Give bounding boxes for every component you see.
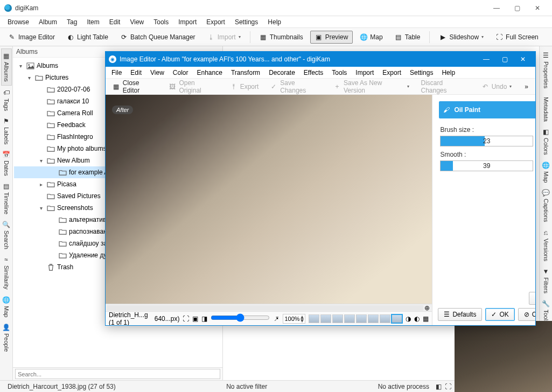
editor-menu-enhance[interactable]: Enhance xyxy=(193,68,226,78)
smooth-slider[interactable]: 39 xyxy=(440,160,533,171)
editor-menu-tools[interactable]: Tools xyxy=(328,68,351,78)
left-tab-people[interactable]: 👤People xyxy=(1,320,12,355)
left-tab-labels[interactable]: ⚑Labels xyxy=(2,114,11,148)
menu-import[interactable]: Import xyxy=(174,17,201,27)
open-original-button[interactable]: 🖼Open Original xyxy=(164,76,223,97)
preview-photo[interactable]: Studio Harcourt xyxy=(455,321,552,392)
pan-icon[interactable]: ⊕ xyxy=(423,304,431,312)
editor-menu-effects[interactable]: Effects xyxy=(300,68,327,78)
editor-close-button[interactable]: ✕ xyxy=(514,52,532,66)
expander-icon[interactable]: ▸ xyxy=(38,181,44,187)
editor-menu-import[interactable]: Import xyxy=(352,68,378,78)
minimize-button[interactable]: — xyxy=(486,1,507,15)
left-tab-map[interactable]: 🌐Map xyxy=(1,293,12,320)
left-tab-tags[interactable]: 🏷Tags xyxy=(2,86,11,114)
right-tab-properties[interactable]: ☰Properties xyxy=(541,48,551,92)
fit-select-icon[interactable]: ▣ xyxy=(192,315,198,323)
editor-menu-help[interactable]: Help xyxy=(438,68,459,78)
menu-browse[interactable]: Browse xyxy=(3,17,33,27)
zoom-to-icon[interactable]: ⭷ xyxy=(273,315,280,323)
ok-button[interactable]: ✓OK xyxy=(485,308,514,321)
thumbnails-button[interactable]: ▦Thumbnails xyxy=(255,31,308,44)
left-tab-albums[interactable]: ▦Albums xyxy=(1,48,12,86)
preview-mode-thumb[interactable] xyxy=(380,314,390,323)
folder-icon xyxy=(58,251,67,259)
discard-changes-button[interactable]: Discard Changes xyxy=(416,76,474,97)
menu-settings[interactable]: Settings xyxy=(230,17,262,27)
zoom-fit-icon[interactable]: ⛶ xyxy=(443,382,453,391)
menu-tag[interactable]: Tag xyxy=(62,17,81,27)
slideshow-button[interactable]: ▶Slideshow▾ xyxy=(434,31,488,44)
preview-mode-thumb[interactable] xyxy=(368,314,379,323)
expander-icon[interactable]: ▾ xyxy=(26,75,32,81)
batch-queue-button[interactable]: ⟳Batch Queue Manager xyxy=(115,31,200,44)
menu-help[interactable]: Help xyxy=(263,17,285,27)
preview-mode-thumb[interactable] xyxy=(392,314,402,323)
fit-window-icon[interactable]: ⛶ xyxy=(183,315,189,323)
undo-button[interactable]: ↶Undo▾ xyxy=(477,80,517,93)
underexposure-icon[interactable]: ◐ xyxy=(414,315,420,323)
left-tab-dates[interactable]: 📅Dates xyxy=(1,148,12,179)
right-tab-map[interactable]: 🌐Map xyxy=(540,158,551,186)
editor-menu-view[interactable]: View xyxy=(146,68,168,78)
save-as-new-button[interactable]: +Save As New Version▾ xyxy=(329,76,414,97)
preview-mode-thumb[interactable] xyxy=(309,314,319,323)
editor-menu-decorate[interactable]: Decorate xyxy=(265,68,299,78)
preview-mode-thumb[interactable] xyxy=(344,314,355,323)
light-table-button[interactable]: ◐Light Table xyxy=(62,31,113,44)
menu-export[interactable]: Export xyxy=(202,17,229,27)
editor-maximize-button[interactable]: ▢ xyxy=(495,52,514,66)
expander-icon[interactable]: ▾ xyxy=(38,205,44,211)
editor-menu-transform[interactable]: Transform xyxy=(227,68,264,78)
actual-size-icon[interactable]: ◨ xyxy=(201,315,207,323)
overexposure-icon[interactable]: ◑ xyxy=(406,315,411,323)
left-tab-timeline[interactable]: ▤Timeline xyxy=(2,179,11,218)
export-button[interactable]: ⭱Export xyxy=(225,80,264,93)
editor-menu-color[interactable]: Color xyxy=(169,68,192,78)
try-button[interactable]: ✓Try xyxy=(529,292,535,305)
right-tab-versions[interactable]: ⎌Versions xyxy=(541,226,551,264)
close-editor-button[interactable]: ▦Close Editor xyxy=(108,76,163,97)
editor-menu-file[interactable]: File xyxy=(108,68,125,78)
maximize-button[interactable]: ▢ xyxy=(507,1,527,15)
editor-zoom-slider[interactable] xyxy=(211,313,270,322)
import-button[interactable]: ⭳Import▾ xyxy=(202,31,246,44)
more-button[interactable]: » xyxy=(520,80,533,93)
expander-icon[interactable]: ▾ xyxy=(38,158,44,164)
preview-mode-thumb[interactable] xyxy=(356,314,367,323)
right-tab-captions[interactable]: 💬Captions xyxy=(540,186,551,225)
menu-album[interactable]: Album xyxy=(34,17,61,27)
left-tab-search[interactable]: 🔍Search xyxy=(1,218,12,253)
cancel-button[interactable]: ⊘Cancel xyxy=(518,308,535,321)
right-tab-filters[interactable]: ▼Filters xyxy=(541,264,551,297)
left-tab-similarity[interactable]: ≈Similarity xyxy=(2,253,11,293)
right-tab-metadata[interactable]: Metadata xyxy=(541,92,551,125)
preview-button[interactable]: ▣Preview xyxy=(310,31,353,44)
editor-canvas[interactable]: After xyxy=(106,95,432,304)
save-changes-button[interactable]: ✓Save Changes xyxy=(265,76,327,97)
map-button[interactable]: 🌐Map xyxy=(355,31,387,44)
right-tab-colors[interactable]: ◧Colors xyxy=(541,125,551,158)
editor-menu-export[interactable]: Export xyxy=(379,68,405,78)
editor-menu-settings[interactable]: Settings xyxy=(406,68,437,78)
editor-minimize-button[interactable]: — xyxy=(477,52,495,66)
editor-zoom-box[interactable]: ▴▾ xyxy=(283,314,305,324)
editor-menu-edit[interactable]: Edit xyxy=(127,68,145,78)
menu-item[interactable]: Item xyxy=(82,17,103,27)
color-label-icon[interactable]: ◧ xyxy=(434,382,443,391)
editor-zoom-input[interactable] xyxy=(284,316,299,322)
preview-mode-thumb[interactable] xyxy=(332,314,343,323)
close-button[interactable]: ✕ xyxy=(527,1,548,15)
fullscreen-button[interactable]: ⛶Full Screen xyxy=(491,31,543,44)
menu-view[interactable]: View xyxy=(125,17,148,27)
menu-tools[interactable]: Tools xyxy=(149,17,173,27)
menu-edit[interactable]: Edit xyxy=(105,17,125,27)
album-search-input[interactable] xyxy=(15,369,220,379)
editor-scrollbar[interactable]: ⊕ xyxy=(106,304,432,311)
preview-mode-thumb[interactable] xyxy=(320,314,331,323)
brush-size-slider[interactable]: 23 xyxy=(440,136,533,146)
table-button[interactable]: ▤Table xyxy=(390,31,425,44)
color-managed-icon[interactable]: ▦ xyxy=(423,315,429,323)
image-editor-button[interactable]: ✎Image Editor xyxy=(3,31,60,44)
defaults-button[interactable]: ☰Defaults xyxy=(438,308,482,321)
